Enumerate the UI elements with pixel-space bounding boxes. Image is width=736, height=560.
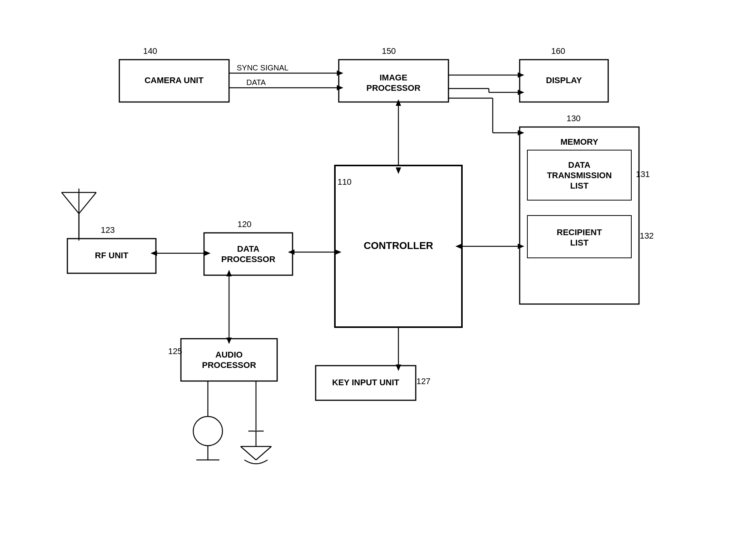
key-input-unit-ref: 127 — [417, 376, 431, 386]
controller-to-data-processor-arrow — [288, 249, 341, 255]
controller-ref: 110 — [338, 177, 352, 187]
image-to-display-arrow2 — [448, 89, 524, 95]
image-to-display-arrow1 — [448, 72, 524, 78]
data-processor-ref: 120 — [238, 219, 252, 229]
controller-group: CONTROLLER 110 — [335, 165, 462, 327]
controller-label: CONTROLLER — [364, 240, 433, 251]
data-transmission-list-label3: LIST — [570, 181, 589, 191]
memory-ref: 130 — [567, 114, 581, 123]
audio-processor-label2: PROCESSOR — [202, 360, 256, 370]
rf-unit-label: RF UNIT — [95, 251, 129, 260]
display-group: DISPLAY 160 — [520, 46, 608, 102]
svg-line-13 — [79, 192, 96, 214]
audio-processor-label1: AUDIO — [216, 350, 243, 359]
image-processor-label: IMAGE — [380, 73, 407, 82]
sync-signal-label: SYNC SIGNAL — [237, 64, 288, 72]
data-processor-to-audio-processor-arrow — [226, 270, 232, 344]
sync-signal-arrow: SYNC SIGNAL — [229, 64, 343, 76]
svg-line-20 — [256, 446, 271, 460]
controller-to-memory-arrow — [455, 244, 524, 249]
image-processor-to-memory-line — [448, 98, 524, 135]
audio-processor-group: AUDIO PROCESSOR 125 — [168, 339, 277, 381]
speaker-icon — [241, 431, 271, 464]
image-processor-group: IMAGE PROCESSOR 150 — [339, 46, 448, 102]
memory-label: MEMORY — [560, 137, 599, 147]
data-signal-arrow: DATA — [229, 78, 343, 90]
key-input-unit-label: KEY INPUT UNIT — [332, 378, 400, 387]
data-transmission-list-label2: TRANSMISSION — [547, 171, 612, 180]
memory-group: MEMORY 130 DATA TRANSMISSION LIST 131 RE… — [520, 114, 654, 304]
recipient-list-label2: LIST — [570, 238, 589, 247]
controller-to-key-input-arrow — [396, 327, 401, 371]
svg-line-12 — [62, 192, 79, 214]
data-transmission-list-ref: 131 — [636, 169, 650, 179]
camera-unit-group: CAMERA UNIT 140 — [119, 46, 229, 102]
camera-unit-label: CAMERA UNIT — [144, 75, 204, 85]
data-signal-label: DATA — [246, 78, 266, 87]
rf-unit-group: RF UNIT 123 — [67, 225, 156, 273]
display-ref: 160 — [551, 46, 565, 56]
image-processor-label2: PROCESSOR — [366, 83, 421, 93]
diagram-container: CAMERA UNIT 140 IMAGE PROCESSOR 150 DISP… — [0, 0, 736, 560]
microphone-icon — [193, 416, 222, 460]
recipient-list-label1: RECIPIENT — [557, 227, 602, 237]
rf-unit-ref: 123 — [101, 225, 115, 235]
image-processor-ref: 150 — [382, 46, 396, 56]
audio-processor-ref: 125 — [168, 346, 182, 356]
data-processor-group: DATA PROCESSOR 120 — [204, 219, 293, 275]
key-input-unit-group: KEY INPUT UNIT 127 — [316, 366, 430, 400]
recipient-list-ref: 132 — [640, 231, 654, 241]
data-processor-label1: DATA — [237, 244, 259, 254]
data-processor-to-rf-unit-arrow — [151, 251, 211, 256]
controller-to-image-processor-arrow — [396, 99, 401, 174]
svg-line-19 — [241, 446, 256, 460]
data-processor-label2: PROCESSOR — [221, 254, 276, 264]
camera-unit-ref: 140 — [143, 46, 157, 56]
data-transmission-list-label1: DATA — [568, 160, 590, 170]
svg-point-16 — [193, 416, 222, 446]
display-label: DISPLAY — [546, 75, 582, 85]
